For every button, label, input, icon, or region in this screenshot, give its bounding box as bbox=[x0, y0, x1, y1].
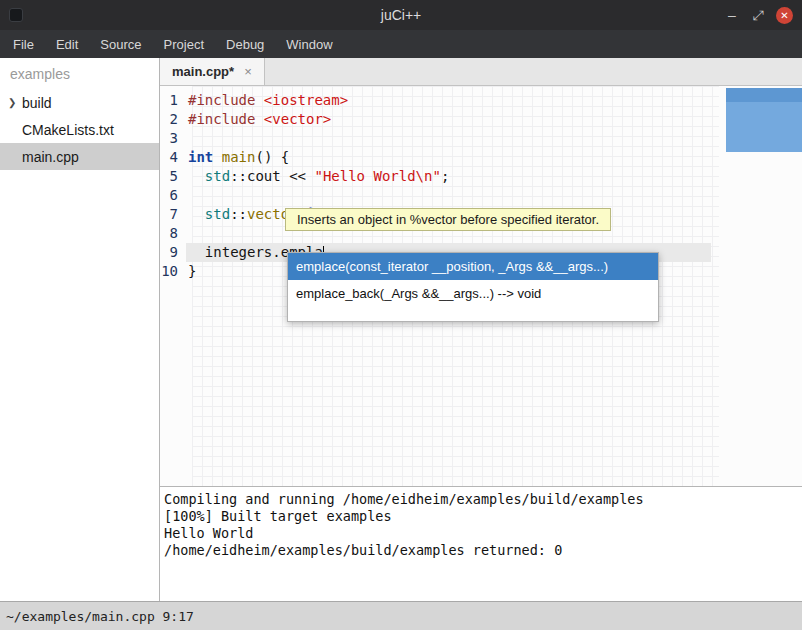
code-line[interactable]: 6 bbox=[160, 186, 802, 205]
autocomplete-popup: emplace(const_iterator __position, _Args… bbox=[287, 252, 659, 322]
line-number: 5 bbox=[160, 167, 186, 186]
tree-item-cmakelists[interactable]: CMakeLists.txt bbox=[0, 116, 159, 143]
main-area: examples ❯ build CMakeLists.txt main.cpp… bbox=[0, 58, 802, 601]
tab-maincpp[interactable]: main.cpp* × bbox=[160, 58, 265, 85]
file-tree-sidebar: examples ❯ build CMakeLists.txt main.cpp bbox=[0, 58, 160, 601]
menu-window[interactable]: Window bbox=[275, 32, 343, 57]
tree-item-build[interactable]: ❯ build bbox=[0, 89, 159, 116]
titlebar: juCi++ – ⤢ ✕ bbox=[0, 0, 802, 30]
line-number: 4 bbox=[160, 148, 186, 167]
sidebar-header: examples bbox=[0, 58, 159, 89]
close-button[interactable]: ✕ bbox=[776, 7, 793, 24]
menu-project[interactable]: Project bbox=[153, 32, 215, 57]
terminal-line: [100%] Built target examples bbox=[164, 508, 802, 525]
autocomplete-item-emplace[interactable]: emplace(const_iterator __position, _Args… bbox=[288, 253, 658, 280]
menu-edit[interactable]: Edit bbox=[45, 32, 89, 57]
tree-item-label: main.cpp bbox=[22, 149, 79, 165]
tree-item-label: build bbox=[22, 95, 52, 111]
tab-close-icon[interactable]: × bbox=[244, 64, 252, 79]
expand-chevron-icon[interactable]: ❯ bbox=[8, 97, 22, 108]
terminal-line: Compiling and running /home/eidheim/exam… bbox=[164, 491, 802, 508]
code-editor[interactable]: 1 #include <iostream> 2 #include <vector… bbox=[160, 86, 802, 486]
output-terminal: Compiling and running /home/eidheim/exam… bbox=[160, 487, 802, 601]
status-file-position: ~/examples/main.cpp 9:17 bbox=[6, 609, 194, 624]
code-line[interactable]: 2 #include <vector> bbox=[160, 110, 802, 129]
line-number: 2 bbox=[160, 110, 186, 129]
code-line[interactable]: 1 #include <iostream> bbox=[160, 91, 802, 110]
menubar: File Edit Source Project Debug Window bbox=[0, 30, 802, 58]
autocomplete-item-emplace-back[interactable]: emplace_back(_Args &&__args...) --> void bbox=[288, 280, 658, 307]
tree-item-maincpp[interactable]: main.cpp bbox=[0, 143, 159, 170]
tab-label: main.cpp* bbox=[172, 64, 234, 79]
statusbar: ~/examples/main.cpp 9:17 bbox=[0, 601, 802, 630]
line-number: 10 bbox=[160, 262, 186, 281]
line-number: 7 bbox=[160, 205, 186, 224]
terminal-line: /home/eidheim/examples/build/examples re… bbox=[164, 542, 802, 559]
restore-button[interactable]: ⤢ bbox=[745, 0, 771, 30]
line-number: 8 bbox=[160, 224, 186, 243]
doc-tooltip: Inserts an object in %vector before spec… bbox=[285, 208, 611, 231]
tabbar: main.cpp* × bbox=[160, 58, 802, 86]
line-number: 3 bbox=[160, 129, 186, 148]
line-number: 9 bbox=[160, 243, 186, 262]
code-line[interactable]: 4 int main() { bbox=[160, 148, 802, 167]
tree-item-label: CMakeLists.txt bbox=[22, 122, 114, 138]
menu-file[interactable]: File bbox=[2, 32, 45, 57]
editor-column: main.cpp* × 1 #include <iostream> 2 #inc… bbox=[160, 58, 802, 601]
window-controls: – ⤢ ✕ bbox=[719, 0, 802, 30]
minimize-button[interactable]: – bbox=[719, 0, 745, 30]
menu-source[interactable]: Source bbox=[89, 32, 152, 57]
line-number: 6 bbox=[160, 186, 186, 205]
line-number: 1 bbox=[160, 91, 186, 110]
terminal-line: Hello World bbox=[164, 525, 802, 542]
window-title: juCi++ bbox=[0, 7, 802, 23]
code-line[interactable]: 3 bbox=[160, 129, 802, 148]
code-line[interactable]: 5 std::cout << "Hello World\n"; bbox=[160, 167, 802, 186]
menu-debug[interactable]: Debug bbox=[215, 32, 275, 57]
